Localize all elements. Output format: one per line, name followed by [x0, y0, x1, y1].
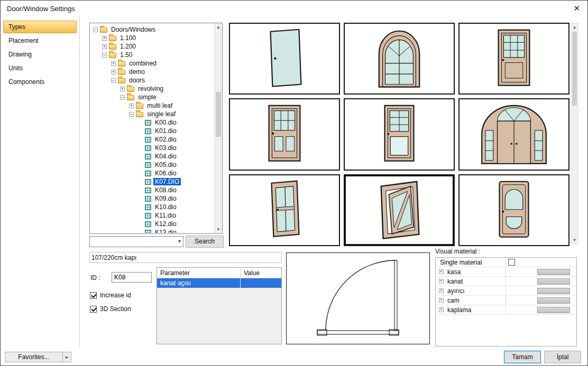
expand-icon[interactable]: +: [439, 279, 444, 284]
scroll-down-icon[interactable]: ▼: [215, 226, 222, 233]
value-column-header: Value: [241, 268, 281, 278]
thumbnail-arch-and-round-window-door[interactable]: [458, 174, 569, 246]
tree-expander-icon[interactable]: +: [111, 61, 116, 66]
expand-icon[interactable]: +: [439, 298, 444, 303]
material-swatch[interactable]: [537, 307, 570, 313]
tree-scrollbar[interactable]: ▲ ▼: [214, 23, 222, 233]
folder-icon: [136, 112, 143, 117]
parameter-value-cell[interactable]: [241, 278, 281, 288]
favorites-button[interactable]: Favorites... ▸: [5, 352, 71, 362]
tree-node-demo[interactable]: + demo: [91, 68, 213, 76]
tree-node-k10-dio[interactable]: K10.dio: [91, 203, 213, 211]
material-row-kasa[interactable]: + kasa: [436, 267, 576, 277]
expand-icon[interactable]: +: [439, 269, 444, 274]
thumbnail-arched-double-door-with-sidelights[interactable]: [458, 98, 569, 170]
expand-icon[interactable]: +: [439, 288, 444, 293]
file-icon: [145, 171, 151, 176]
thumbnail-double-vertical-pane-door[interactable]: [229, 174, 340, 246]
increase-id-checkbox[interactable]: [90, 292, 97, 299]
ok-button[interactable]: Tamam: [504, 351, 541, 363]
tree-node-1-200[interactable]: + 1.200: [91, 42, 213, 51]
folder-icon: [100, 27, 107, 33]
material-row-cam[interactable]: + cam: [436, 296, 576, 305]
tree-expander-icon[interactable]: +: [102, 44, 107, 49]
sidebar-item-components[interactable]: Components: [3, 76, 77, 88]
tree-expander-icon[interactable]: +: [102, 36, 107, 41]
material-row-kanat[interactable]: + kanat: [436, 277, 576, 286]
search-button[interactable]: Search: [186, 236, 224, 248]
single-material-checkbox[interactable]: [508, 259, 515, 266]
sidebar-item-placement[interactable]: Placement: [3, 34, 77, 47]
tree-node-single-leaf[interactable]: − single leaf: [91, 110, 213, 118]
preview-scrollbar-thumb[interactable]: [572, 32, 577, 106]
file-icon: [145, 187, 151, 193]
library-tree: − Doors/Windows + 1.100 + 1.200 − 1.50 +…: [91, 25, 213, 233]
tree-node-k07-dio[interactable]: K07.DIO: [91, 177, 213, 186]
parameter-table-header: Parameter Value: [157, 268, 281, 278]
scroll-up-icon[interactable]: ▲: [571, 23, 578, 31]
tree-node-k08-dio[interactable]: K08.dio: [91, 186, 213, 194]
tree-scrollbar-thumb[interactable]: [216, 92, 221, 137]
thumbnail-arched-multi-pane-door[interactable]: [344, 23, 455, 95]
tree-node-revolving[interactable]: + revolving: [91, 85, 213, 93]
folder-icon: [127, 87, 134, 92]
tree-node-k04-dio[interactable]: K04.dio: [91, 152, 213, 161]
tree-node-k06-dio[interactable]: K06.dio: [91, 169, 213, 177]
tree-node-1-100[interactable]: + 1.100: [91, 34, 213, 42]
tree-node-simple[interactable]: − simple: [91, 93, 213, 101]
material-swatch[interactable]: [537, 288, 570, 294]
single-material-row[interactable]: Single material: [436, 258, 576, 267]
preview-scrollbar[interactable]: ▲ ▼: [571, 23, 578, 245]
tree-node-k12-dio[interactable]: K12.dio: [91, 220, 213, 228]
tree-node-k00-dio[interactable]: K00.dio: [91, 118, 213, 127]
material-row-kaplama[interactable]: + kaplama: [436, 305, 576, 315]
tree-node-k09-dio[interactable]: K09.dio: [91, 194, 213, 203]
scroll-up-icon[interactable]: ▲: [215, 23, 222, 31]
tree-expander-icon[interactable]: +: [111, 70, 116, 74]
tree-expander-icon[interactable]: +: [129, 104, 134, 108]
tree-expander-icon[interactable]: −: [102, 53, 107, 58]
thumbnail-plain-glass-door[interactable]: [229, 23, 340, 95]
chevron-down-icon[interactable]: ▾: [178, 238, 181, 244]
parameter-row[interactable]: kanat açısı: [157, 278, 281, 288]
thumbnail-six-pane-single-light-door[interactable]: [344, 98, 455, 170]
material-swatch[interactable]: [537, 278, 570, 285]
tree-node-k02-dio[interactable]: K02.dio: [91, 135, 213, 144]
tree-expander-icon[interactable]: −: [93, 27, 98, 32]
sidebar-item-drawing[interactable]: Drawing: [3, 48, 77, 61]
sidebar-item-units[interactable]: Units: [3, 62, 77, 74]
tree-node-k03-dio[interactable]: K03.dio: [91, 144, 213, 152]
expand-icon[interactable]: +: [439, 307, 444, 312]
tree-expander-icon[interactable]: −: [120, 95, 125, 100]
tree-node-k05-dio[interactable]: K05.dio: [91, 161, 213, 169]
visual-material-panel: Single material + kasa + kanat + ayırıcı…: [435, 257, 577, 346]
search-combo[interactable]: ▾: [89, 236, 183, 247]
tree-node-k11-dio[interactable]: K11.dio: [91, 211, 213, 220]
tree-expander-icon[interactable]: −: [129, 112, 134, 117]
3d-section-option[interactable]: 3D Section: [90, 305, 131, 313]
thumbnail-nine-pane-door[interactable]: [458, 23, 569, 95]
tree-node-doors[interactable]: − doors: [91, 76, 213, 85]
tree-node-k13-dio[interactable]: K13.dio: [91, 228, 213, 233]
material-swatch[interactable]: [537, 269, 570, 275]
tree-node-doors-windows[interactable]: − Doors/Windows: [91, 25, 213, 34]
material-swatch[interactable]: [537, 297, 570, 304]
sidebar-item-types[interactable]: Types: [3, 21, 77, 33]
thumbnail-diagonal-pane-open-door[interactable]: [344, 174, 455, 246]
favorites-arrow-icon[interactable]: ▸: [62, 352, 71, 362]
door-plan-preview: [286, 252, 430, 344]
cancel-button[interactable]: İptal: [544, 351, 581, 363]
tree-expander-icon[interactable]: −: [111, 78, 116, 83]
tree-node-1-50[interactable]: − 1.50: [91, 51, 213, 59]
id-input[interactable]: [112, 272, 152, 283]
material-row-ayırıcı[interactable]: + ayırıcı: [436, 286, 576, 296]
thumbnail-six-pane-two-panel-door[interactable]: [229, 98, 340, 170]
tree-node-combined[interactable]: + combined: [91, 59, 213, 68]
3d-section-checkbox[interactable]: [90, 306, 97, 313]
close-icon[interactable]: ✕: [573, 4, 580, 13]
tree-expander-icon[interactable]: +: [120, 87, 125, 91]
tree-node-k01-dio[interactable]: K01.dio: [91, 127, 213, 135]
tree-node-multi-leaf[interactable]: + multi leaf: [91, 101, 213, 110]
scroll-down-icon[interactable]: ▼: [571, 236, 578, 244]
increase-id-option[interactable]: Increase id: [90, 292, 131, 299]
